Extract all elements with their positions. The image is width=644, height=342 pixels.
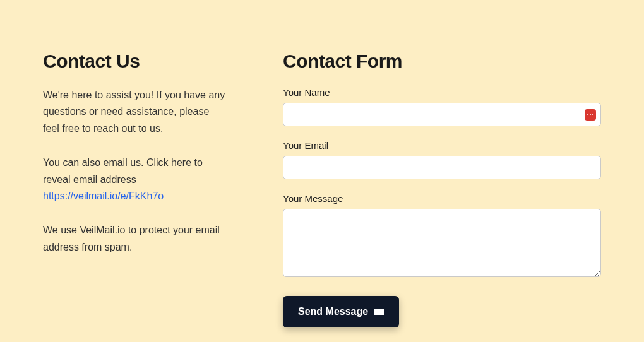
message-textarea[interactable]	[283, 209, 601, 277]
autofill-indicator-icon[interactable]	[585, 109, 596, 121]
message-field-group: Your Message	[283, 193, 601, 280]
email-input[interactable]	[283, 156, 601, 179]
veilmail-note: We use VeilMail.io to protect your email…	[43, 222, 226, 256]
name-input-wrapper	[283, 103, 601, 126]
email-paragraph: You can also email us. Click here to rev…	[43, 155, 226, 204]
email-lead-text: You can also email us. Click here to rev…	[43, 157, 203, 184]
name-field-group: Your Name	[283, 87, 601, 126]
email-field-group: Your Email	[283, 140, 601, 179]
envelope-icon	[374, 309, 384, 315]
intro-paragraph: We're here to assist you! If you have an…	[43, 87, 226, 137]
contact-form-heading: Contact Form	[283, 50, 601, 72]
send-message-button[interactable]: Send Message	[283, 296, 399, 327]
name-input[interactable]	[283, 103, 601, 126]
contact-info-column: Contact Us We're here to assist you! If …	[43, 50, 226, 342]
veilmail-link[interactable]: https://veilmail.io/e/FkKh7o	[43, 191, 164, 201]
email-label: Your Email	[283, 140, 601, 151]
contact-form-column: Contact Form Your Name Your Email Your M…	[283, 50, 601, 342]
contact-us-heading: Contact Us	[43, 50, 226, 72]
message-label: Your Message	[283, 193, 601, 204]
send-button-label: Send Message	[298, 306, 368, 317]
name-label: Your Name	[283, 87, 601, 98]
